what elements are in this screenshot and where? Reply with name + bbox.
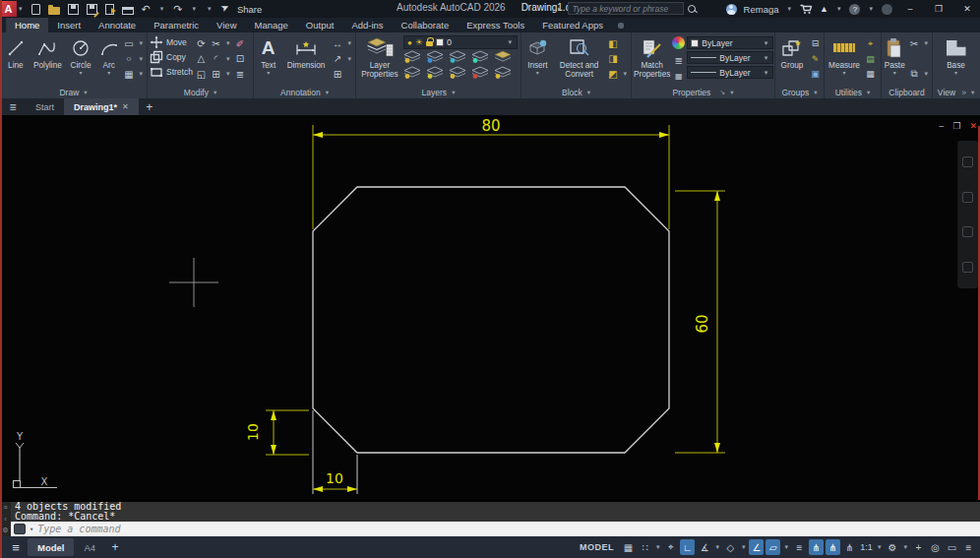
- lineweight-toggle-icon[interactable]: ≡: [792, 539, 807, 555]
- command-customize-icon[interactable]: ⚙: [2, 527, 8, 534]
- object-color-caret-icon[interactable]: ▾: [765, 39, 768, 47]
- command-caret-icon[interactable]: ▾: [30, 526, 33, 533]
- linetype-caret-icon[interactable]: ▾: [765, 69, 768, 77]
- store-cart-icon[interactable]: [800, 4, 813, 15]
- polar-tracking-icon[interactable]: ∡: [697, 539, 711, 555]
- arc-tool[interactable]: Arc ▾: [97, 34, 121, 75]
- panel-draw-label[interactable]: Draw: [0, 86, 147, 98]
- dynamic-input-icon[interactable]: ⌖: [663, 539, 678, 555]
- clean-screen-icon[interactable]: ▭: [945, 539, 959, 555]
- match-properties-tool[interactable]: Match Properties: [634, 34, 670, 79]
- help-caret-icon[interactable]: ▾: [869, 5, 873, 13]
- tab-collaborate[interactable]: Collaborate: [393, 18, 459, 32]
- navigation-bar[interactable]: [957, 141, 978, 288]
- lineweight-caret-icon[interactable]: ▾: [765, 54, 768, 62]
- trim-tool[interactable]: ✂▾: [210, 36, 232, 50]
- file-tabs-menu-icon[interactable]: ≡: [0, 98, 26, 115]
- dim-width[interactable]: [313, 125, 669, 229]
- id-point-tool[interactable]: ⌖: [864, 36, 877, 50]
- linear-dimension-tool[interactable]: ↔▾: [331, 36, 353, 50]
- lineweight-list-icon[interactable]: ≣: [672, 55, 685, 66]
- tab-annotate[interactable]: Annotate: [90, 18, 145, 32]
- lineweight-dropdown[interactable]: ByLayer ▾: [687, 51, 773, 64]
- circle-flyout-icon[interactable]: ▾: [80, 71, 83, 75]
- tab-home[interactable]: Home: [6, 18, 48, 32]
- panel-annotation-label[interactable]: Annotation: [254, 86, 355, 98]
- cut-caret-icon[interactable]: ▾: [924, 39, 928, 47]
- panel-properties-label[interactable]: Properties↘: [632, 86, 774, 98]
- measure-tool[interactable]: Measure ▾: [827, 34, 862, 75]
- iso-caret-icon[interactable]: ▾: [742, 543, 746, 551]
- insert-flyout-icon[interactable]: ▾: [536, 71, 539, 75]
- tab-output[interactable]: Output: [297, 18, 343, 32]
- tab-view[interactable]: View: [208, 18, 245, 32]
- share-icon[interactable]: ➤: [218, 1, 232, 17]
- user-caret-icon[interactable]: ▾: [788, 5, 792, 13]
- plot-icon[interactable]: [122, 2, 134, 16]
- layer-color-swatch[interactable]: [436, 38, 444, 46]
- dim-chamfer-vertical[interactable]: [266, 410, 309, 455]
- command-history[interactable]: 4 objects modified Command: *Cancel*: [11, 502, 980, 522]
- dynamic-ucs-icon[interactable]: ⋔: [842, 539, 857, 555]
- layout-menu-icon[interactable]: ≡: [4, 538, 28, 556]
- undo-caret-icon[interactable]: ▾: [160, 5, 164, 13]
- measure-flyout-icon[interactable]: ▾: [842, 71, 845, 75]
- user-avatar[interactable]: [726, 4, 737, 15]
- panel-utilities-label[interactable]: Utilities: [825, 86, 881, 98]
- linear-caret-icon[interactable]: ▾: [347, 39, 351, 47]
- qat-customize-caret-icon[interactable]: ▾: [208, 5, 212, 13]
- hatch-caret-icon[interactable]: ▾: [140, 70, 144, 78]
- new-file-icon[interactable]: [31, 2, 40, 16]
- workspace-switching-icon[interactable]: ⚙: [885, 539, 899, 555]
- copy-tool[interactable]: Copy: [150, 49, 193, 64]
- array-tool[interactable]: ⊞▾: [210, 67, 232, 81]
- tab-insert[interactable]: Insert: [48, 18, 90, 32]
- panel-groups-label[interactable]: Groups: [775, 86, 824, 98]
- panel-modify-label[interactable]: Modify: [148, 86, 253, 98]
- viewport-restore-icon[interactable]: ❐: [952, 121, 960, 131]
- app-menu-button[interactable]: A: [0, 1, 17, 17]
- user-name[interactable]: Remaga: [744, 4, 779, 15]
- array-caret-icon[interactable]: ▾: [226, 70, 230, 78]
- quick-calculator-tool[interactable]: ▦: [864, 67, 877, 81]
- help-icon[interactable]: ?: [849, 4, 860, 15]
- scale-tool[interactable]: ◱: [195, 67, 208, 81]
- dimension-tool[interactable]: Dimension: [282, 34, 329, 70]
- group-selection-tool[interactable]: ▣: [809, 67, 822, 81]
- command-icon[interactable]: [14, 524, 26, 534]
- drawing-canvas[interactable]: 80 60 10 10: [0, 115, 980, 500]
- block-editor-caret-icon[interactable]: ▾: [623, 70, 627, 78]
- layer-properties-tool[interactable]: Layer Properties: [358, 34, 401, 79]
- layer-match-tool-icon[interactable]: [403, 66, 421, 80]
- model-space-badge[interactable]: MODEL: [580, 542, 614, 552]
- erase-tool[interactable]: ✐: [233, 36, 246, 50]
- fillet-caret-icon[interactable]: ▾: [226, 55, 230, 63]
- mirror-tool[interactable]: △: [195, 52, 208, 66]
- paste-tool[interactable]: Paste ▾: [884, 34, 905, 75]
- hatch-tool[interactable]: ▦▾: [123, 67, 146, 81]
- layer-make-current-tool-icon[interactable]: [494, 50, 512, 64]
- export-icon[interactable]: [105, 2, 114, 16]
- panel-layers-label[interactable]: Layers: [356, 86, 521, 98]
- layer-state-tool-icon[interactable]: [449, 66, 466, 80]
- close-button[interactable]: ✕: [956, 0, 978, 18]
- fillet-tool[interactable]: ◜▾: [210, 52, 232, 66]
- viewport-close-icon[interactable]: ✕: [969, 121, 977, 131]
- tab-express-tools[interactable]: Express Tools: [458, 18, 533, 32]
- new-layout-button[interactable]: +: [105, 540, 125, 554]
- command-input-row[interactable]: ▾ Type a command: [11, 522, 980, 536]
- offset-tool[interactable]: ≣: [233, 67, 246, 81]
- tab-drawing1[interactable]: Drawing1* ✕: [64, 98, 139, 115]
- quick-select-tool[interactable]: ▤: [864, 52, 877, 66]
- leader-tool[interactable]: ↗▾: [331, 52, 353, 66]
- rectangle-caret-icon[interactable]: ▾: [140, 39, 144, 47]
- polyline-tool[interactable]: Polyline: [31, 34, 65, 70]
- object-color-dropdown[interactable]: ByLayer ▾: [687, 36, 773, 49]
- detect-convert-tool[interactable]: Detect and Convert: [554, 34, 605, 79]
- object-snap-tracking-icon[interactable]: ∠: [749, 539, 764, 555]
- command-input[interactable]: Type a command: [37, 524, 120, 534]
- stretch-tool[interactable]: Stretch: [150, 64, 193, 79]
- explode-tool[interactable]: ⊡: [233, 52, 246, 66]
- open-file-icon[interactable]: [48, 2, 60, 16]
- layer-dropdown[interactable]: ● ☀ 0 ▾: [403, 35, 518, 49]
